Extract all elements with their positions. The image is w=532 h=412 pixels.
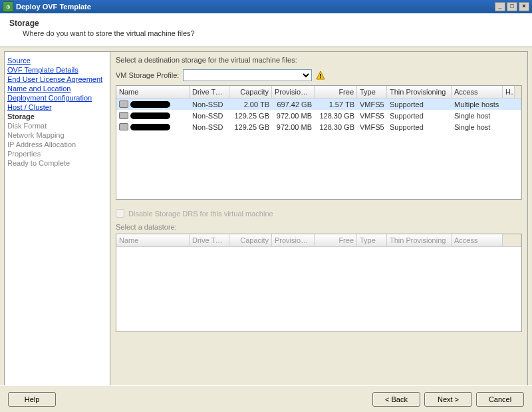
col-access[interactable]: Access	[452, 86, 503, 98]
wizard-step-5[interactable]: Host / Cluster	[7, 103, 107, 112]
col-type[interactable]: Type	[357, 86, 387, 98]
col-name[interactable]: Name	[116, 86, 190, 98]
wizard-sidebar: SourceOVF Template DetailsEnd User Licen…	[4, 51, 110, 403]
wizard-step-4[interactable]: Deployment Configuration	[7, 93, 107, 103]
page-subtitle: Where do you want to store the virtual m…	[23, 29, 523, 37]
storage-row[interactable]: Non-SSD129.25 GB972.00 MB128.30 GBVMFS5S…	[116, 121, 521, 132]
col2-access: Access	[452, 234, 503, 246]
wizard-step-9: IP Address Allocation	[7, 140, 107, 149]
app-icon: ⊕	[3, 1, 13, 12]
wizard-step-1[interactable]: OVF Template Details	[7, 65, 107, 75]
window-controls: _ □ ×	[495, 2, 529, 11]
wizard-step-10: Properties	[7, 149, 107, 158]
header: Storage Where do you want to store the v…	[0, 13, 532, 47]
col2-thin: Thin Provisioning	[387, 234, 452, 246]
col2-name: Name	[116, 234, 190, 246]
datastore-name-redacted	[130, 124, 170, 130]
col-thin[interactable]: Thin Provisioning	[387, 86, 452, 98]
datastore-grid-header: Name Drive Type Capacity Provisioned Fre…	[116, 234, 521, 247]
col2-provisioned: Provisioned	[272, 234, 315, 246]
col-drive[interactable]: Drive Type	[190, 86, 229, 98]
datastore-name-redacted	[130, 101, 170, 108]
maximize-button[interactable]: □	[507, 2, 517, 11]
window-title: Deploy OVF Template	[16, 3, 495, 11]
back-button[interactable]: < Back	[372, 392, 420, 407]
storage-grid-header: Name Drive Type Capacity Provisioned Fre…	[116, 86, 521, 99]
wizard-step-11: Ready to Complete	[7, 158, 107, 168]
storage-row[interactable]: Non-SSD2.00 TB697.42 GB1.57 TBVMFS5Suppo…	[116, 99, 521, 110]
storage-profile-select[interactable]	[183, 69, 312, 81]
wizard-step-3[interactable]: Name and Location	[7, 84, 107, 93]
datastore-name-redacted	[130, 112, 170, 119]
col-h[interactable]: H...	[503, 86, 515, 98]
wizard-step-0[interactable]: Source	[7, 56, 107, 65]
help-button[interactable]: Help	[8, 392, 56, 407]
wizard-step-6: Storage	[7, 112, 107, 121]
warning-icon	[316, 71, 325, 80]
close-button[interactable]: ×	[519, 2, 529, 11]
minimize-button[interactable]: _	[495, 2, 505, 11]
col2-capacity: Capacity	[229, 234, 272, 246]
datastore-icon	[119, 123, 128, 130]
storage-row[interactable]: Non-SSD129.25 GB972.00 MB128.30 GBVMFS5S…	[116, 110, 521, 121]
col-capacity[interactable]: Capacity	[229, 86, 272, 98]
wizard-step-2[interactable]: End User License Agreement	[7, 75, 107, 84]
datastore-grid: Name Drive Type Capacity Provisioned Fre…	[116, 234, 522, 332]
footer: Help < Back Next > Cancel	[0, 385, 532, 412]
col-free[interactable]: Free	[315, 86, 357, 98]
wizard-step-7: Disk Format	[7, 121, 107, 130]
disable-drs-row: Disable Storage DRS for this virtual mac…	[116, 209, 522, 218]
col2-type: Type	[357, 234, 387, 246]
col2-drive: Drive Type	[190, 234, 229, 246]
datastore-icon	[119, 101, 128, 108]
disable-drs-checkbox	[116, 209, 124, 218]
page-title: Storage	[9, 19, 523, 28]
datastore-icon	[119, 112, 128, 119]
datastore-sublabel: Select a datastore:	[116, 223, 522, 231]
wizard-step-8: Network Mapping	[7, 130, 107, 140]
svg-rect-1	[321, 74, 321, 77]
main-panel: Select a destination storage for the vir…	[110, 51, 528, 403]
titlebar: ⊕ Deploy OVF Template _ □ ×	[0, 0, 532, 13]
col2-free: Free	[315, 234, 357, 246]
disable-drs-label: Disable Storage DRS for this virtual mac…	[128, 210, 273, 218]
storage-profile-label: VM Storage Profile:	[116, 71, 179, 79]
next-button[interactable]: Next >	[424, 392, 472, 407]
destination-prompt: Select a destination storage for the vir…	[116, 56, 522, 64]
cancel-button[interactable]: Cancel	[476, 392, 524, 407]
svg-rect-2	[321, 77, 321, 78]
storage-grid[interactable]: Name Drive Type Capacity Provisioned Fre…	[116, 85, 522, 200]
col-provisioned[interactable]: Provisioned	[272, 86, 315, 98]
storage-profile-row: VM Storage Profile:	[116, 69, 522, 81]
